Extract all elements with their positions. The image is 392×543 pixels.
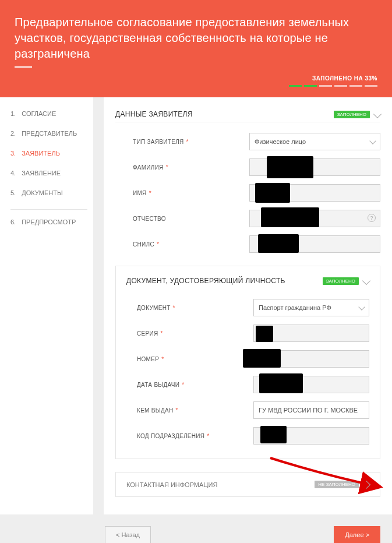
progress-bars <box>15 85 377 87</box>
arrow-annotation-icon <box>267 455 392 496</box>
number-label: НОМЕР* <box>137 356 253 362</box>
sidebar-item-consent[interactable]: 1. СОГЛАСИЕ <box>10 110 87 117</box>
contact-info-title: КОНТАКТНАЯ ИНФОРМАЦИЯ <box>126 481 217 488</box>
status-badge-filled: ЗАПОЛНЕНО <box>334 111 370 118</box>
form-footer: < Назад Далее > <box>0 514 392 543</box>
middlename-label: ОТЧЕСТВО <box>133 216 249 222</box>
issued-by-input[interactable] <box>253 401 369 419</box>
sidebar-item-preview[interactable]: 6. ПРЕДПРОСМОТР <box>10 218 87 225</box>
contact-info-section[interactable]: КОНТАКТНАЯ ИНФОРМАЦИЯ НЕ ЗАПОЛНЕНО <box>115 472 380 497</box>
applicant-data-title: ДАННЫЕ ЗАЯВИТЕЛЯ <box>115 110 193 118</box>
chevron-right-icon <box>362 480 370 488</box>
sidebar-item-documents[interactable]: 5. ДОКУМЕНТЫ <box>10 189 87 196</box>
chevron-down-icon <box>358 304 365 310</box>
issue-date-label: ДАТА ВЫДАЧИ* <box>137 382 253 388</box>
issued-by-label: КЕМ ВЫДАН* <box>137 407 253 414</box>
series-label: СЕРИЯ* <box>137 330 253 337</box>
firstname-label: ИМЯ* <box>133 190 249 196</box>
chevron-down-icon <box>373 110 382 118</box>
identity-document-head[interactable]: ДОКУМЕНТ, УДОСТОВЕРЯЮЩИЙ ЛИЧНОСТЬ ЗАПОЛН… <box>126 277 369 291</box>
page-header: Предварительное согласование предоставле… <box>0 0 392 97</box>
identity-document-section: ДОКУМЕНТ, УДОСТОВЕРЯЮЩИЙ ЛИЧНОСТЬ ЗАПОЛН… <box>115 266 380 459</box>
identity-document-title: ДОКУМЕНТ, УДОСТОВЕРЯЮЩИЙ ЛИЧНОСТЬ <box>126 277 285 285</box>
status-badge-not-filled: НЕ ЗАПОЛНЕНО <box>315 481 359 488</box>
sidebar-separator <box>10 209 87 210</box>
applicant-data-section-head[interactable]: ДАННЫЕ ЗАЯВИТЕЛЯ ЗАПОЛНЕНО <box>115 110 380 122</box>
title-underline <box>15 66 32 68</box>
help-icon[interactable]: ? <box>368 214 376 222</box>
sidebar-item-representative[interactable]: 2. ПРЕДСТАВИТЕЛЬ <box>10 130 87 137</box>
applicant-type-select[interactable]: Физическое лицо <box>249 133 380 150</box>
form-content: ДАННЫЕ ЗАЯВИТЕЛЯ ЗАПОЛНЕНО ТИП ЗАЯВИТЕЛЯ… <box>104 97 392 514</box>
snils-label: СНИЛС* <box>133 241 249 248</box>
applicant-type-label: ТИП ЗАЯВИТЕЛЯ* <box>133 139 249 145</box>
document-label: ДОКУМЕНТ* <box>137 305 253 311</box>
dept-code-label: КОД ПОДРАЗДЕЛЕНИЯ* <box>137 433 253 439</box>
sidebar-item-applicant[interactable]: 3. ЗАЯВИТЕЛЬ <box>10 150 87 157</box>
sidebar-item-statement[interactable]: 4. ЗАЯВЛЕНИЕ <box>10 170 87 177</box>
chevron-down-icon <box>369 137 376 144</box>
status-badge-filled: ЗАПОЛНЕНО <box>323 277 359 285</box>
back-button[interactable]: < Назад <box>105 526 151 543</box>
next-button[interactable]: Далее > <box>334 526 380 543</box>
step-sidebar: 1. СОГЛАСИЕ 2. ПРЕДСТАВИТЕЛЬ 3. ЗАЯВИТЕЛ… <box>0 97 93 514</box>
page-title: Предварительное согласование предоставле… <box>15 15 377 62</box>
chevron-down-icon <box>362 277 370 285</box>
progress-label: ЗАПОЛНЕНО НА 33% <box>312 75 377 82</box>
document-select[interactable]: Паспорт гражданина РФ <box>253 299 369 316</box>
lastname-label: ФАМИЛИЯ* <box>133 164 249 171</box>
